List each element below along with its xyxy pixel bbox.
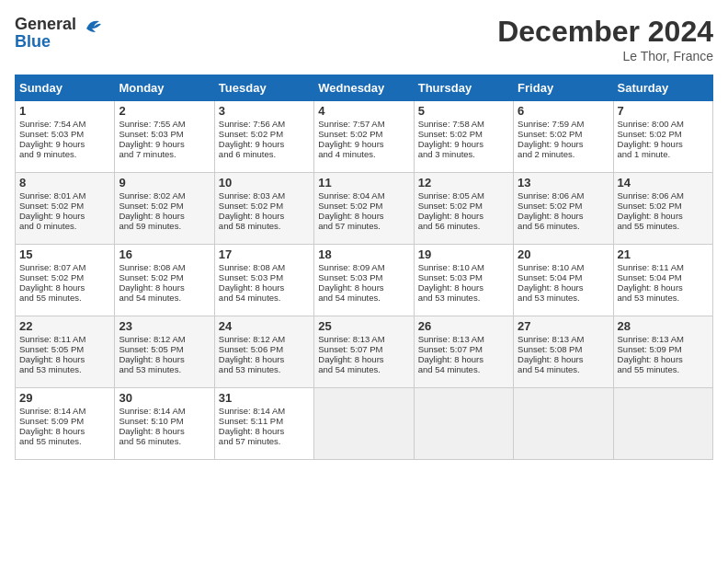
day-number: 18 (318, 247, 409, 261)
day-number: 3 (219, 104, 310, 118)
day-info: Daylight: 8 hours (219, 211, 310, 221)
day-info: Sunrise: 7:56 AM (219, 119, 310, 129)
calendar-cell: 28Sunrise: 8:13 AMSunset: 5:09 PMDayligh… (613, 316, 712, 388)
day-info: and 57 minutes. (318, 221, 409, 231)
day-info: Sunrise: 8:13 AM (418, 334, 509, 344)
col-header-saturday: Saturday (613, 75, 712, 101)
calendar-header: SundayMondayTuesdayWednesdayThursdayFrid… (16, 75, 713, 101)
day-info: Daylight: 8 hours (119, 354, 210, 364)
day-info: Sunset: 5:02 PM (518, 201, 609, 211)
day-number: 25 (318, 319, 409, 333)
day-info: Daylight: 8 hours (318, 354, 409, 364)
day-number: 22 (19, 319, 110, 333)
day-info: Sunset: 5:07 PM (318, 344, 409, 354)
day-info: Sunrise: 8:11 AM (19, 334, 110, 344)
day-info: Daylight: 8 hours (19, 282, 110, 293)
day-info: Sunrise: 8:14 AM (19, 406, 110, 416)
day-info: and 6 minutes. (219, 149, 310, 159)
day-info: and 55 minutes. (19, 436, 110, 446)
day-info: and 53 minutes. (618, 293, 709, 303)
day-info: Sunrise: 7:59 AM (518, 119, 609, 129)
day-info: Sunrise: 8:09 AM (318, 262, 409, 272)
calendar-cell: 8Sunrise: 8:01 AMSunset: 5:02 PMDaylight… (16, 173, 115, 245)
day-info: Daylight: 9 hours (19, 139, 110, 149)
day-info: and 9 minutes. (19, 149, 110, 159)
day-info: Sunrise: 8:08 AM (119, 262, 210, 272)
day-info: Sunrise: 7:58 AM (418, 119, 509, 129)
day-info: Sunset: 5:09 PM (19, 416, 110, 426)
day-number: 30 (119, 391, 210, 405)
day-info: Sunrise: 8:07 AM (19, 262, 110, 272)
day-info: Sunset: 5:04 PM (618, 272, 709, 282)
calendar-body: 1Sunrise: 7:54 AMSunset: 5:03 PMDaylight… (16, 101, 713, 460)
day-info: Sunset: 5:02 PM (318, 201, 409, 211)
day-info: Sunset: 5:03 PM (119, 129, 210, 139)
calendar-cell (414, 388, 513, 460)
day-number: 2 (119, 104, 210, 118)
day-info: Daylight: 8 hours (418, 282, 509, 293)
col-header-friday: Friday (514, 75, 613, 101)
day-info: Daylight: 8 hours (518, 211, 609, 221)
col-header-sunday: Sunday (16, 75, 115, 101)
day-info: Daylight: 8 hours (19, 426, 110, 436)
logo-general: General (15, 15, 76, 33)
col-header-thursday: Thursday (414, 75, 513, 101)
day-info: Sunrise: 8:06 AM (518, 190, 609, 201)
day-number: 19 (418, 247, 509, 261)
calendar-cell: 21Sunrise: 8:11 AMSunset: 5:04 PMDayligh… (613, 245, 712, 316)
calendar-cell: 5Sunrise: 7:58 AMSunset: 5:02 PMDaylight… (414, 101, 513, 173)
calendar-cell: 3Sunrise: 7:56 AMSunset: 5:02 PMDaylight… (214, 101, 313, 173)
day-info: and 53 minutes. (19, 364, 110, 374)
col-header-tuesday: Tuesday (214, 75, 313, 101)
day-info: Sunset: 5:03 PM (318, 272, 409, 282)
day-number: 21 (618, 247, 709, 261)
day-number: 24 (219, 319, 310, 333)
day-info: and 53 minutes. (518, 293, 609, 303)
day-info: Sunset: 5:03 PM (19, 129, 110, 139)
day-info: Sunset: 5:02 PM (219, 129, 310, 139)
calendar-cell (314, 388, 414, 460)
day-info: and 58 minutes. (219, 221, 310, 231)
day-info: Sunset: 5:09 PM (618, 344, 709, 354)
calendar-cell: 27Sunrise: 8:13 AMSunset: 5:08 PMDayligh… (514, 316, 613, 388)
day-info: Sunrise: 8:12 AM (219, 334, 310, 344)
calendar-cell: 14Sunrise: 8:06 AMSunset: 5:02 PMDayligh… (613, 173, 712, 245)
day-info: Sunset: 5:02 PM (219, 201, 310, 211)
day-info: and 56 minutes. (119, 436, 210, 446)
calendar-cell: 7Sunrise: 8:00 AMSunset: 5:02 PMDaylight… (613, 101, 712, 173)
month-title: December 2024 (497, 15, 713, 49)
calendar-cell: 29Sunrise: 8:14 AMSunset: 5:09 PMDayligh… (16, 388, 115, 460)
day-info: Daylight: 8 hours (318, 211, 409, 221)
day-info: and 1 minute. (618, 149, 709, 159)
day-info: and 55 minutes. (618, 221, 709, 231)
day-info: Sunset: 5:02 PM (119, 272, 210, 282)
day-info: Sunset: 5:02 PM (418, 201, 509, 211)
day-number: 7 (618, 104, 709, 118)
day-info: Daylight: 8 hours (119, 211, 210, 221)
day-info: Sunset: 5:03 PM (219, 272, 310, 282)
day-info: Sunset: 5:02 PM (618, 201, 709, 211)
day-number: 17 (219, 247, 310, 261)
day-info: Sunrise: 8:13 AM (618, 334, 709, 344)
day-info: and 53 minutes. (119, 364, 210, 374)
week-row-3: 15Sunrise: 8:07 AMSunset: 5:02 PMDayligh… (16, 245, 713, 316)
day-info: Sunrise: 8:04 AM (318, 190, 409, 201)
calendar-cell: 9Sunrise: 8:02 AMSunset: 5:02 PMDaylight… (115, 173, 214, 245)
day-info: Sunrise: 8:00 AM (618, 119, 709, 129)
calendar-cell: 24Sunrise: 8:12 AMSunset: 5:06 PMDayligh… (214, 316, 313, 388)
day-info: Sunset: 5:02 PM (518, 129, 609, 139)
day-info: Sunset: 5:05 PM (19, 344, 110, 354)
day-info: Sunset: 5:02 PM (119, 201, 210, 211)
day-number: 16 (119, 247, 210, 261)
day-info: Daylight: 9 hours (19, 211, 110, 221)
day-info: Sunset: 5:06 PM (219, 344, 310, 354)
day-number: 23 (119, 319, 210, 333)
day-number: 26 (418, 319, 509, 333)
day-info: Daylight: 9 hours (518, 139, 609, 149)
day-info: and 54 minutes. (219, 293, 310, 303)
week-row-2: 8Sunrise: 8:01 AMSunset: 5:02 PMDaylight… (16, 173, 713, 245)
day-info: Sunrise: 8:13 AM (518, 334, 609, 344)
day-info: Sunset: 5:11 PM (219, 416, 310, 426)
title-area: December 2024 Le Thor, France (497, 15, 713, 63)
calendar-cell: 12Sunrise: 8:05 AMSunset: 5:02 PMDayligh… (414, 173, 513, 245)
